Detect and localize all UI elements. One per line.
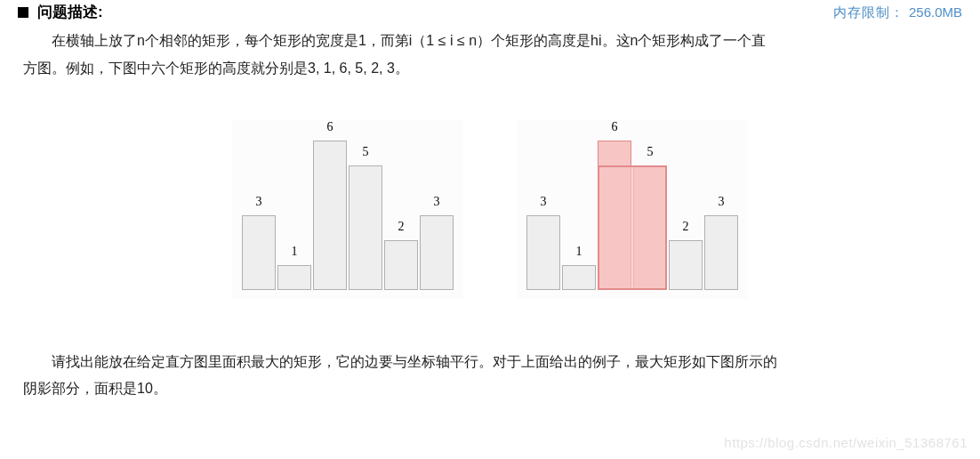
- watermark: https://blog.csdn.net/weixin_51368761: [724, 432, 968, 454]
- bar: [562, 265, 596, 290]
- problem-paragraph-2: 请找出能放在给定直方图里面积最大的矩形，它的边要与坐标轴平行。对于上面给出的例子…: [18, 345, 962, 407]
- bar-label: 2: [683, 217, 689, 237]
- bar-wrap: 1: [561, 242, 597, 290]
- bar: [277, 265, 311, 290]
- bar-label: 1: [576, 242, 582, 262]
- bar-wrap: 6: [312, 117, 348, 290]
- p2-line1: 请找出能放在给定直方图里面积最大的矩形，它的边要与坐标轴平行。对于上面给出的例子…: [52, 354, 777, 369]
- bar-label: 3: [256, 192, 262, 212]
- bar-label: 3: [541, 192, 547, 212]
- histogram-highlight: 316523: [517, 119, 748, 299]
- bar: [669, 240, 703, 290]
- p1-line1: 在横轴上放了n个相邻的矩形，每个矩形的宽度是1，而第i（1 ≤ i ≤ n）个矩…: [52, 33, 766, 48]
- bar-wrap: 1: [277, 242, 312, 290]
- memory-limit-value: 256.0MB: [909, 4, 962, 20]
- bar-wrap: 5: [348, 142, 383, 290]
- bar-wrap: 3: [419, 192, 454, 290]
- bar-highlight: [598, 141, 631, 290]
- histogram-plain: 316523: [232, 119, 463, 299]
- bar: [420, 215, 454, 290]
- bar-label: 3: [719, 192, 725, 212]
- bar-label: 6: [612, 117, 618, 137]
- bar-label: 5: [647, 142, 654, 162]
- section-title-text: 问题描述:: [37, 0, 103, 24]
- bar-label: 1: [292, 242, 298, 262]
- bar-wrap: 5: [632, 142, 668, 290]
- p1-line2: 方图。例如，下图中六个矩形的高度就分别是3, 1, 6, 5, 2, 3。: [23, 60, 409, 76]
- p2-line2: 阴影部分，面积是10。: [23, 381, 167, 396]
- bar: [704, 215, 738, 290]
- bar: [384, 240, 418, 290]
- bar-wrap: 3: [241, 192, 277, 290]
- bar: [313, 141, 347, 290]
- bar-wrap: 2: [668, 217, 703, 290]
- memory-limit: 内存限制： 256.0MB: [833, 2, 962, 23]
- bar-label: 3: [434, 192, 440, 212]
- charts-container: 316523 316523: [18, 119, 962, 299]
- bar-wrap: 2: [383, 217, 419, 290]
- bar: [242, 215, 276, 290]
- bar-label: 5: [363, 142, 369, 162]
- problem-paragraph-1: 在横轴上放了n个相邻的矩形，每个矩形的宽度是1，而第i（1 ≤ i ≤ n）个矩…: [18, 24, 962, 85]
- bar-highlight: [633, 165, 667, 290]
- bar: [349, 165, 382, 290]
- bar-label: 6: [327, 117, 333, 137]
- bar: [526, 215, 560, 290]
- bar-label: 2: [398, 217, 405, 237]
- bar-wrap: 3: [526, 192, 561, 290]
- bar-wrap: 3: [703, 192, 739, 290]
- section-title: 问题描述:: [18, 0, 103, 24]
- bar-wrap: 6: [597, 117, 632, 290]
- memory-limit-label: 内存限制：: [833, 4, 904, 20]
